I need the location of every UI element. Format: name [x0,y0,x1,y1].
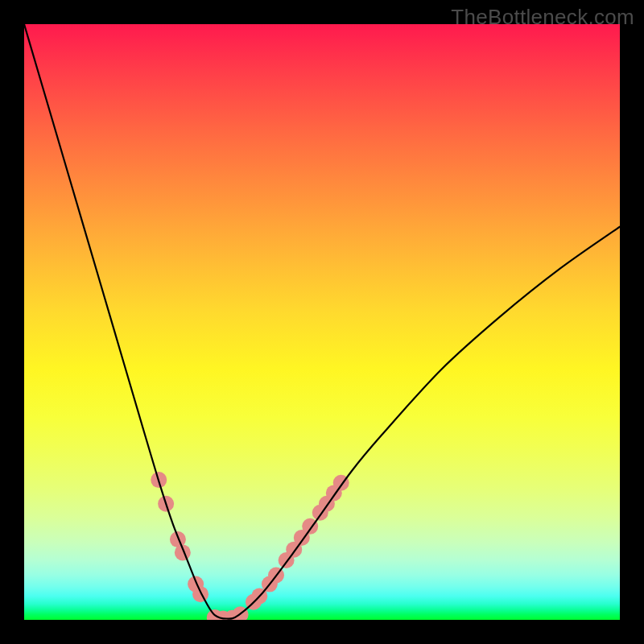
bottleneck-curve [24,24,620,619]
highlight-dots-layer [151,472,349,620]
chart-frame: TheBottleneck.com [0,0,644,644]
plot-area [24,24,620,620]
chart-svg [24,24,620,620]
highlight-dot [192,586,208,602]
